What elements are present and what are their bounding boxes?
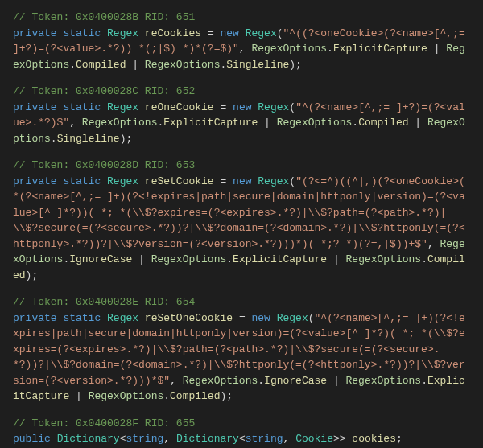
open-paren: ( — [289, 175, 295, 187]
type-name: Regex — [107, 312, 138, 324]
type-name: Dictionary — [176, 433, 239, 445]
code-declaration-2: // Token: 0x0400028D RID: 653 private st… — [13, 158, 470, 283]
modifiers: private static — [13, 175, 101, 187]
enum-type: RegexOptions — [346, 253, 422, 265]
modifiers: private static — [13, 27, 101, 39]
enum-member: Singleline — [57, 133, 120, 145]
ctor-type: Regex — [258, 101, 289, 113]
code-declaration-3: // Token: 0x0400028E RID: 654 private st… — [13, 294, 470, 405]
enum-member: Singleline — [226, 59, 289, 71]
enum-type: RegexOptions — [251, 43, 327, 55]
pipe-op: | — [427, 43, 446, 55]
close-paren: ); — [120, 133, 133, 145]
enum-member: IgnoreCase — [69, 253, 132, 265]
field-name: reOneCookie — [145, 101, 214, 113]
type-name: Regex — [107, 27, 138, 39]
field-name: cookies — [346, 433, 396, 445]
comment-line: // Token: 0x0400028C RID: 652 — [13, 85, 195, 97]
type-name: Cookie — [295, 433, 333, 445]
enum-type: RegexOptions — [346, 375, 422, 387]
field-name: reCookies — [145, 27, 201, 39]
enum-type: RegexOptions — [82, 117, 158, 129]
modifier: public — [13, 433, 51, 445]
arg-sep: , — [69, 117, 82, 129]
new-keyword: new — [233, 101, 251, 113]
open-paren: ( — [277, 27, 283, 39]
new-keyword: new — [251, 312, 270, 324]
assign-op: = — [201, 27, 220, 39]
arg-sep: , — [170, 375, 183, 387]
enum-member: Compiled — [76, 59, 126, 71]
arg-sep: , — [239, 43, 252, 55]
enum-member: IgnoreCase — [264, 375, 327, 387]
pipe-op: | — [409, 117, 427, 129]
pipe-op: | — [69, 390, 88, 402]
field-name: reSetOneCookie — [145, 312, 233, 324]
pipe-op: | — [327, 375, 345, 387]
pipe-op: | — [258, 117, 276, 129]
assign-op: = — [214, 101, 233, 113]
modifiers: private static — [13, 312, 101, 324]
comment-line: // Token: 0x0400028F RID: 655 — [13, 417, 195, 430]
pipe-op: | — [327, 253, 345, 265]
code-declaration-final: // Token: 0x0400028F RID: 655 public Dic… — [13, 416, 470, 447]
pipe-op: | — [126, 59, 144, 71]
enum-type: RegexOptions — [277, 117, 353, 129]
comment-line: // Token: 0x0400028E RID: 654 — [13, 296, 195, 308]
pipe-op: | — [132, 253, 151, 265]
open-paren: ( — [308, 312, 315, 324]
enum-member: ExplicitCapture — [333, 43, 427, 55]
type-name: Dictionary — [57, 433, 120, 445]
ctor-type: Regex — [246, 27, 277, 39]
close-paren: ); — [289, 59, 302, 71]
type-name: Regex — [107, 175, 138, 187]
close-paren: ); — [26, 269, 39, 282]
enum-type: RegexOptions — [145, 59, 221, 71]
new-keyword: new — [220, 27, 238, 39]
enum-type: RegexOptions — [183, 375, 258, 387]
type-name: Regex — [107, 101, 138, 113]
comment-line: // Token: 0x0400028D RID: 653 — [13, 159, 195, 171]
enum-member: ExplicitCapture — [163, 117, 258, 129]
field-name: reSetCookie — [145, 175, 214, 187]
arg-sep: , — [427, 238, 440, 250]
enum-type: RegexOptions — [89, 390, 164, 402]
enum-type: RegexOptions — [151, 253, 227, 265]
enum-member: ExplicitCapture — [233, 253, 327, 265]
modifiers: private static — [13, 101, 101, 113]
comment-line: // Token: 0x0400028B RID: 651 — [13, 11, 195, 23]
enum-member: Compiled — [170, 390, 220, 402]
enum-member: Compiled — [358, 117, 408, 129]
new-keyword: new — [233, 175, 251, 187]
ctor-type: Regex — [258, 175, 289, 187]
type-arg: string — [126, 433, 163, 445]
ctor-type: Regex — [277, 312, 308, 324]
close-paren: ); — [220, 390, 233, 402]
type-arg: string — [246, 433, 283, 445]
open-paren: ( — [289, 101, 295, 113]
assign-op: = — [214, 175, 233, 187]
assign-op: = — [233, 312, 251, 324]
code-declaration-0: // Token: 0x0400028B RID: 651 private st… — [13, 10, 470, 72]
code-declaration-1: // Token: 0x0400028C RID: 652 private st… — [13, 84, 470, 146]
